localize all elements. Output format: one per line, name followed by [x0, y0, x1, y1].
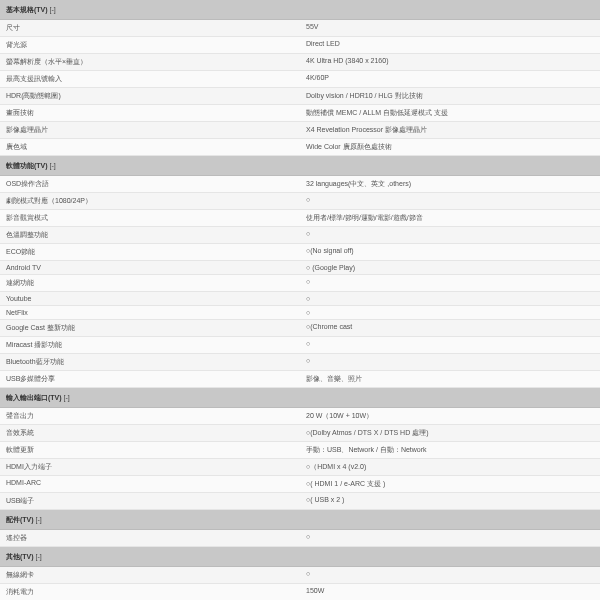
- spec-label: 音效系統: [0, 425, 300, 441]
- spec-row: Android TV○ (Google Play): [0, 261, 600, 275]
- spec-value: ○(Dolby Atmos / DTS X / DTS HD 處理): [300, 425, 600, 441]
- spec-label: 影像處理晶片: [0, 122, 300, 138]
- spec-row: HDMI入力端子○（HDMI x 4 (v2.0): [0, 459, 600, 476]
- spec-row: USB多媒體分享影像、音樂、照片: [0, 371, 600, 388]
- spec-label: 色溫調整功能: [0, 227, 300, 243]
- spec-value: 手動：USB、Network / 自動：Network: [300, 442, 600, 458]
- spec-label: Miracast 播影功能: [0, 337, 300, 353]
- spec-row: 聲音出力20 W（10W + 10W）: [0, 408, 600, 425]
- spec-row: 消耗電力150W: [0, 584, 600, 600]
- spec-row: 最高支援訊號輸入4K/60P: [0, 71, 600, 88]
- section-title: 軟體功能(TV): [6, 162, 48, 169]
- spec-label: 消耗電力: [0, 584, 300, 600]
- spec-label: Bluetooth藍牙功能: [0, 354, 300, 370]
- spec-value: 150W: [300, 584, 600, 600]
- spec-row: 影音觀賞模式使用者/標準/節明/運動/電影/遊戲/節音: [0, 210, 600, 227]
- spec-value: X4 Revelation Processor 影像處理晶片: [300, 122, 600, 138]
- spec-value: ○（HDMI x 4 (v2.0): [300, 459, 600, 475]
- spec-label: 無線網卡: [0, 567, 300, 583]
- spec-value: 4K/60P: [300, 71, 600, 87]
- spec-value: ○: [300, 275, 600, 291]
- collapse-toggle-icon[interactable]: [-]: [48, 6, 56, 13]
- spec-value: 動態補償 MEMC / ALLM 自動低延遲模式 支援: [300, 105, 600, 121]
- spec-row: 畫面技術動態補償 MEMC / ALLM 自動低延遲模式 支援: [0, 105, 600, 122]
- spec-value: ○: [300, 227, 600, 243]
- spec-label: Google Cast 整新功能: [0, 320, 300, 336]
- spec-value: ○: [300, 530, 600, 546]
- spec-row: 遙控器○: [0, 530, 600, 547]
- spec-row: 廣色域Wide Color 廣原顏色處技術: [0, 139, 600, 156]
- spec-value: ○: [300, 567, 600, 583]
- spec-label: 軟體更新: [0, 442, 300, 458]
- section-title: 基本規格(TV): [6, 6, 48, 13]
- spec-value: 使用者/標準/節明/運動/電影/遊戲/節音: [300, 210, 600, 226]
- spec-row: 連網功能○: [0, 275, 600, 292]
- section-header[interactable]: 軟體功能(TV) [-]: [0, 156, 600, 176]
- spec-value: ○: [300, 292, 600, 305]
- spec-label: 螢幕解析度（水平×垂直）: [0, 54, 300, 70]
- spec-value: ○( HDMI 1 / e-ARC 支援 ): [300, 476, 600, 492]
- spec-value: ○: [300, 354, 600, 370]
- section-header[interactable]: 輸入輸出端口(TV) [-]: [0, 388, 600, 408]
- spec-label: 尺寸: [0, 20, 300, 36]
- spec-value: ○: [300, 337, 600, 353]
- spec-row: Miracast 播影功能○: [0, 337, 600, 354]
- spec-value: ○ (Google Play): [300, 261, 600, 274]
- spec-label: 聲音出力: [0, 408, 300, 424]
- spec-label: HDMI入力端子: [0, 459, 300, 475]
- spec-label: 畫面技術: [0, 105, 300, 121]
- collapse-toggle-icon[interactable]: [-]: [34, 553, 42, 560]
- section-title: 其他(TV): [6, 553, 34, 560]
- spec-value: ○(No signal off): [300, 244, 600, 260]
- collapse-toggle-icon[interactable]: [-]: [48, 162, 56, 169]
- spec-row: 無線網卡○: [0, 567, 600, 584]
- spec-value: Dolby vision / HDR10 / HLG 對比技術: [300, 88, 600, 104]
- spec-value: ○: [300, 306, 600, 319]
- collapse-toggle-icon[interactable]: [-]: [34, 516, 42, 523]
- spec-label: 廣色域: [0, 139, 300, 155]
- spec-row: OSD操作含語32 languages(中文、英文 ,others): [0, 176, 600, 193]
- spec-row: USB端子○( USB x 2 ): [0, 493, 600, 510]
- spec-row: HDMI-ARC○( HDMI 1 / e-ARC 支援 ): [0, 476, 600, 493]
- spec-value: Direct LED: [300, 37, 600, 53]
- spec-row: 影像處理晶片X4 Revelation Processor 影像處理晶片: [0, 122, 600, 139]
- spec-label: OSD操作含語: [0, 176, 300, 192]
- spec-label: 最高支援訊號輸入: [0, 71, 300, 87]
- section-title: 輸入輸出端口(TV): [6, 394, 62, 401]
- spec-row: 音效系統○(Dolby Atmos / DTS X / DTS HD 處理): [0, 425, 600, 442]
- spec-label: HDMI-ARC: [0, 476, 300, 492]
- spec-label: 背光源: [0, 37, 300, 53]
- spec-value: Wide Color 廣原顏色處技術: [300, 139, 600, 155]
- spec-value: ○(Chrome cast: [300, 320, 600, 336]
- spec-label: 遙控器: [0, 530, 300, 546]
- spec-row: ECO節能○(No signal off): [0, 244, 600, 261]
- collapse-toggle-icon[interactable]: [-]: [62, 394, 70, 401]
- spec-row: 色溫調整功能○: [0, 227, 600, 244]
- spec-label: NetFlix: [0, 306, 300, 319]
- spec-row: 軟體更新手動：USB、Network / 自動：Network: [0, 442, 600, 459]
- spec-value: 4K Ultra HD (3840 x 2160): [300, 54, 600, 70]
- spec-label: 連網功能: [0, 275, 300, 291]
- spec-value: 55V: [300, 20, 600, 36]
- spec-row: 背光源Direct LED: [0, 37, 600, 54]
- section-title: 配件(TV): [6, 516, 34, 523]
- spec-row: Youtube○: [0, 292, 600, 306]
- spec-label: USB多媒體分享: [0, 371, 300, 387]
- spec-label: Android TV: [0, 261, 300, 274]
- spec-label: ECO節能: [0, 244, 300, 260]
- spec-label: 影音觀賞模式: [0, 210, 300, 226]
- spec-value: 32 languages(中文、英文 ,others): [300, 176, 600, 192]
- section-header[interactable]: 配件(TV) [-]: [0, 510, 600, 530]
- section-header[interactable]: 其他(TV) [-]: [0, 547, 600, 567]
- spec-label: 劇院模式對應（1080/24P）: [0, 193, 300, 209]
- spec-value: 20 W（10W + 10W）: [300, 408, 600, 424]
- spec-row: 尺寸55V: [0, 20, 600, 37]
- spec-row: Google Cast 整新功能○(Chrome cast: [0, 320, 600, 337]
- section-header[interactable]: 基本規格(TV) [-]: [0, 0, 600, 20]
- spec-row: Bluetooth藍牙功能○: [0, 354, 600, 371]
- spec-row: HDR(高動態範圍)Dolby vision / HDR10 / HLG 對比技…: [0, 88, 600, 105]
- spec-value: ○( USB x 2 ): [300, 493, 600, 509]
- spec-row: 螢幕解析度（水平×垂直）4K Ultra HD (3840 x 2160): [0, 54, 600, 71]
- spec-label: Youtube: [0, 292, 300, 305]
- spec-label: HDR(高動態範圍): [0, 88, 300, 104]
